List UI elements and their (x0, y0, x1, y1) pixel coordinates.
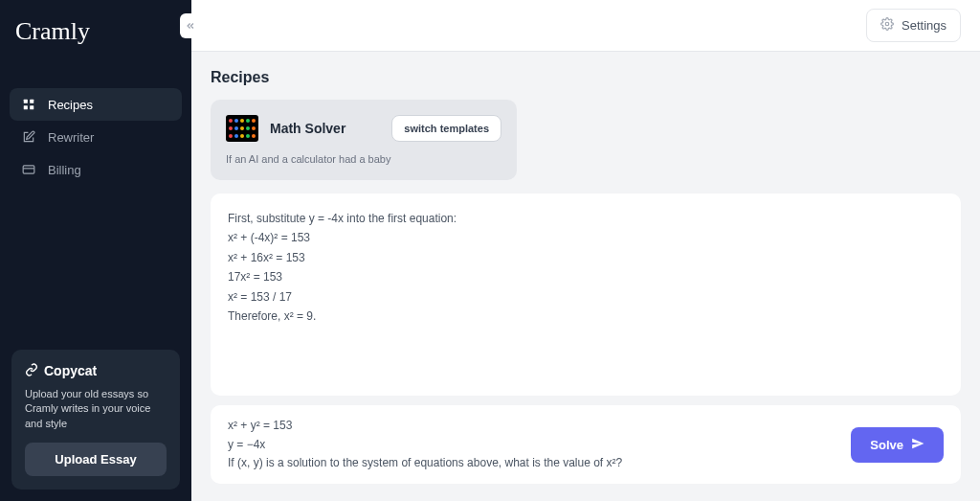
promo-desc: Upload your old essays so Cramly writes … (25, 387, 167, 431)
output-line: First, substitute y = -4x into the first… (228, 209, 944, 228)
sidebar-item-recipes[interactable]: Recipes (10, 88, 182, 121)
output-line: x² + 16x² = 153 (228, 248, 944, 267)
output-line: 17x² = 153 (228, 267, 944, 286)
sidebar-item-label: Recipes (48, 98, 93, 112)
recipe-tagline: If an AI and a calculator had a baby (226, 153, 501, 165)
output-line: x² = 153 / 17 (228, 287, 944, 307)
upload-essay-button[interactable]: Upload Essay (25, 443, 167, 476)
input-line: If (x, y) is a solution to the system of… (228, 454, 622, 472)
svg-rect-0 (24, 100, 28, 103)
abacus-icon (226, 115, 258, 142)
chevron-left-icon (186, 19, 195, 34)
input-text[interactable]: x² + y² = 153 y = −4x If (x, y) is a sol… (228, 417, 622, 472)
sidebar-nav: Recipes Rewriter Billing (0, 57, 191, 186)
solve-button[interactable]: Solve (851, 427, 944, 463)
edit-icon (21, 129, 36, 145)
sidebar-footer: Copycat Upload your old essays so Cramly… (0, 338, 191, 501)
promo-title: Copycat (44, 363, 97, 378)
main: Settings Recipes Math Solver switch temp… (191, 0, 980, 501)
switch-templates-button[interactable]: switch templates (391, 115, 501, 142)
sidebar-item-billing[interactable]: Billing (10, 153, 182, 186)
recipe-top: Math Solver switch templates (226, 115, 501, 142)
sidebar-item-label: Billing (48, 163, 81, 177)
topbar: Settings (191, 0, 980, 52)
input-line: y = −4x (228, 436, 622, 454)
link-icon (25, 363, 38, 379)
gear-icon (880, 17, 894, 34)
recipe-name: Math Solver (270, 121, 345, 136)
input-row: x² + y² = 153 y = −4x If (x, y) is a sol… (211, 405, 961, 484)
sidebar-item-rewriter[interactable]: Rewriter (10, 121, 182, 153)
sidebar: Cramly Recipes Rewriter (0, 0, 191, 501)
content: Recipes Math Solver switch templates If … (191, 52, 980, 501)
recipe-header: Math Solver switch templates If an AI an… (211, 100, 517, 180)
recipe-left: Math Solver (226, 115, 345, 142)
output-line: x² + (-4x)² = 153 (228, 228, 944, 247)
settings-label: Settings (902, 18, 947, 33)
page-title: Recipes (211, 69, 961, 86)
svg-rect-3 (30, 105, 33, 109)
credit-card-icon (21, 162, 36, 177)
send-icon (911, 437, 924, 453)
promo-title-row: Copycat (25, 363, 167, 379)
solve-label: Solve (870, 438, 903, 452)
grid-icon (21, 97, 36, 112)
svg-point-6 (885, 22, 889, 26)
settings-button[interactable]: Settings (866, 9, 961, 42)
output-card: First, substitute y = -4x into the first… (211, 194, 961, 396)
svg-rect-4 (23, 166, 34, 173)
sidebar-item-label: Rewriter (48, 130, 94, 145)
input-line: x² + y² = 153 (228, 417, 622, 435)
promo-card: Copycat Upload your old essays so Cramly… (11, 350, 180, 490)
brand-logo: Cramly (0, 0, 191, 57)
svg-rect-2 (24, 105, 28, 109)
output-line: Therefore, x² = 9. (228, 307, 944, 326)
svg-rect-1 (30, 100, 33, 103)
collapse-sidebar-button[interactable] (180, 13, 201, 38)
